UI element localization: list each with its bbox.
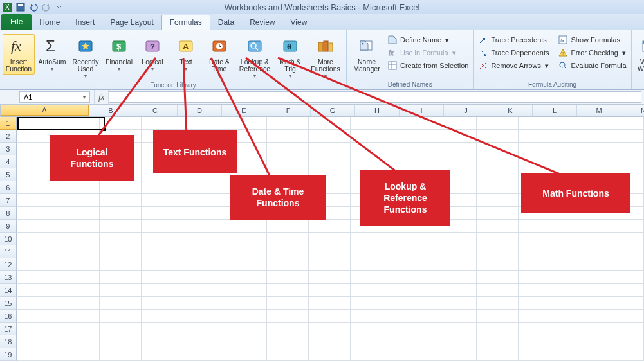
cell[interactable]: [267, 323, 309, 335]
cell[interactable]: [225, 284, 267, 297]
cell[interactable]: [602, 271, 644, 284]
cell[interactable]: [434, 168, 476, 181]
cell[interactable]: [519, 155, 560, 168]
cell[interactable]: [351, 117, 392, 130]
cell[interactable]: [309, 335, 351, 348]
tab-view[interactable]: View: [283, 15, 315, 30]
row-header[interactable]: 8: [0, 207, 17, 220]
cell[interactable]: [477, 181, 519, 194]
cell[interactable]: [434, 271, 476, 284]
cell[interactable]: [560, 117, 602, 130]
cell[interactable]: [183, 258, 225, 271]
cell[interactable]: [392, 271, 434, 284]
cell[interactable]: [267, 245, 309, 258]
cell[interactable]: [309, 284, 351, 297]
cell[interactable]: [477, 335, 519, 348]
cell[interactable]: [351, 233, 392, 245]
cell[interactable]: [351, 181, 392, 194]
cell[interactable]: [351, 220, 392, 233]
cell[interactable]: [142, 130, 183, 143]
cell[interactable]: [183, 117, 225, 130]
cell[interactable]: [183, 284, 225, 297]
cell[interactable]: [519, 220, 560, 233]
remove-arrows-button[interactable]: Remove Arrows▾: [476, 60, 551, 71]
cell[interactable]: [519, 258, 560, 271]
cell[interactable]: [309, 348, 351, 361]
cell[interactable]: [100, 323, 142, 335]
cell[interactable]: [267, 258, 309, 271]
create-from-selection-button[interactable]: Create from Selection: [385, 60, 470, 71]
column-header[interactable]: G: [311, 105, 355, 116]
cell[interactable]: [602, 117, 644, 130]
cell[interactable]: [100, 284, 142, 297]
cell[interactable]: [225, 130, 267, 143]
cell[interactable]: [267, 130, 309, 143]
row-header[interactable]: 5: [0, 168, 17, 181]
cell[interactable]: [267, 220, 309, 233]
cell[interactable]: [225, 168, 267, 181]
save-icon[interactable]: [15, 2, 26, 12]
cell[interactable]: [351, 130, 392, 143]
trace-dependents-button[interactable]: Trace Dependents: [476, 47, 551, 58]
cell[interactable]: [477, 117, 519, 130]
row-header[interactable]: 18: [0, 335, 17, 348]
trace-precedents-button[interactable]: Trace Precedents: [476, 34, 551, 46]
row-header[interactable]: 13: [0, 271, 17, 284]
cell[interactable]: [142, 117, 183, 130]
cell[interactable]: [351, 207, 392, 220]
cell[interactable]: [100, 130, 142, 143]
cell[interactable]: [309, 130, 351, 143]
cell[interactable]: [142, 194, 183, 207]
tab-review[interactable]: Review: [242, 15, 282, 30]
cell[interactable]: [392, 194, 434, 207]
cell[interactable]: [142, 258, 183, 271]
cell[interactable]: [602, 220, 644, 233]
cell[interactable]: [477, 194, 519, 207]
cell[interactable]: [17, 297, 100, 310]
cell[interactable]: [477, 258, 519, 271]
cell[interactable]: [183, 233, 225, 245]
cell[interactable]: [477, 168, 519, 181]
cell[interactable]: [560, 335, 602, 348]
cell[interactable]: [560, 194, 602, 207]
cell[interactable]: [225, 143, 267, 155]
column-header[interactable]: D: [178, 105, 222, 116]
cell[interactable]: [17, 130, 100, 143]
text-button[interactable]: A Text▾: [170, 34, 202, 75]
cell[interactable]: [309, 310, 351, 323]
financial-button[interactable]: $ Financial▾: [103, 34, 135, 75]
logical-button[interactable]: ? Logical▾: [136, 34, 169, 75]
cell[interactable]: [183, 220, 225, 233]
cell[interactable]: [392, 220, 434, 233]
tab-file[interactable]: File: [1, 14, 32, 30]
cell[interactable]: [392, 143, 434, 155]
cell[interactable]: [477, 233, 519, 245]
cell[interactable]: [434, 348, 476, 361]
cell[interactable]: [100, 335, 142, 348]
cell[interactable]: [602, 130, 644, 143]
cell[interactable]: [142, 233, 183, 245]
cell[interactable]: [392, 181, 434, 194]
cell[interactable]: [309, 297, 351, 310]
row-header[interactable]: 11: [0, 245, 17, 258]
cell[interactable]: [183, 194, 225, 207]
cell[interactable]: [267, 155, 309, 168]
cell[interactable]: [351, 258, 392, 271]
tab-page-layout[interactable]: Page Layout: [102, 15, 161, 30]
cell[interactable]: [183, 323, 225, 335]
cell[interactable]: [392, 310, 434, 323]
cell[interactable]: [477, 143, 519, 155]
cell[interactable]: [602, 348, 644, 361]
error-checking-button[interactable]: ! Error Checking▾: [556, 47, 628, 58]
cell[interactable]: [434, 245, 476, 258]
cell[interactable]: [351, 297, 392, 310]
cell[interactable]: [392, 258, 434, 271]
cell[interactable]: [560, 284, 602, 297]
insert-function-button[interactable]: fx Insert Function: [3, 34, 35, 75]
cell[interactable]: [267, 348, 309, 361]
cell[interactable]: [519, 335, 560, 348]
name-manager-button[interactable]: Name Manager: [349, 34, 384, 75]
cell[interactable]: [267, 335, 309, 348]
column-header[interactable]: J: [444, 105, 488, 116]
cell[interactable]: [434, 194, 476, 207]
